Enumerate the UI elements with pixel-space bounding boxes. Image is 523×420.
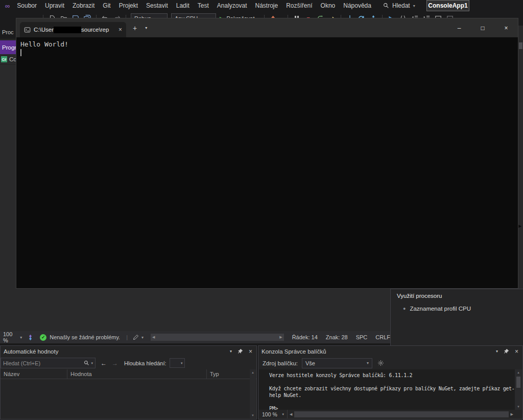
pmc-vertical-scrollbar[interactable]: ▲ ▼ [515, 369, 522, 410]
autos-search-box[interactable]: ▾ [1, 358, 96, 368]
zoom-dropdown-icon[interactable]: ▾ [20, 335, 22, 340]
menu-item-upravit[interactable]: Upravit [41, 0, 68, 11]
scrollbar-thumb[interactable] [519, 42, 522, 49]
maximize-icon[interactable]: □ [471, 18, 494, 37]
tab-dropdown-icon[interactable]: ▾ [145, 26, 147, 30]
package-source-dropdown[interactable]: Vše ▾ [302, 358, 372, 368]
pmc-zoom-level: 100 % [262, 411, 277, 417]
column-header-value[interactable]: Hodnota [67, 369, 206, 379]
console-tab-title-prefix: C:\User [34, 27, 54, 33]
pmc-horizontal-scrollbar[interactable] [294, 411, 508, 417]
menu-item-rozsireni[interactable]: Rozšíření [282, 0, 316, 11]
scrollbar-marker-icon: ▶ [518, 224, 521, 228]
minimize-icon[interactable]: – [447, 18, 471, 37]
menu-item-analyzovat[interactable]: Analyzovat [213, 0, 251, 11]
pin-icon[interactable] [504, 348, 509, 354]
edit-mode-pen-icon[interactable] [133, 334, 139, 340]
chevron-down-icon: ▾ [181, 361, 183, 365]
scroll-up-icon[interactable]: ▲ [251, 371, 254, 374]
title-search-control[interactable]: Hledat ▾ [383, 0, 415, 11]
menu-item-git[interactable]: Git [99, 0, 114, 11]
menu-item-nastroje[interactable]: Nástroje [251, 0, 282, 11]
console-titlebar[interactable]: C:\User source\rep × + ▾ – □ × [16, 18, 518, 37]
scroll-left-icon[interactable]: ◀ [290, 412, 292, 416]
menu-item-sestavit[interactable]: Sestavit [142, 0, 172, 11]
check-icon: ✓ [41, 335, 45, 340]
close-icon[interactable]: × [515, 348, 518, 355]
search-next-icon[interactable]: → [112, 360, 118, 367]
solution-name-badge: ConsoleApp1 [426, 0, 469, 11]
menu-item-zobrazit[interactable]: Zobrazit [68, 0, 99, 11]
search-options-icon[interactable]: ▾ [91, 361, 93, 365]
console-tab[interactable]: C:\User source\rep × [20, 22, 126, 37]
column-header-type[interactable]: Typ [206, 369, 256, 379]
menu-bar: ∞ Soubor Upravit Zobrazit Git Projekt Se… [0, 0, 523, 11]
menu-item-napoveda[interactable]: Nápověda [339, 0, 375, 11]
window-position-icon[interactable]: ▾ [496, 349, 498, 354]
pin-icon[interactable] [237, 348, 243, 354]
pmc-console-output[interactable]: Verze hostitele konzoly Správce balíčků:… [259, 369, 515, 410]
column-header-name[interactable]: Název [1, 369, 67, 379]
autos-titlebar: Automatické hodnoty ▾ × [1, 346, 256, 357]
scroll-down-icon[interactable]: ▼ [517, 405, 520, 408]
scroll-up-icon[interactable]: ▲ [517, 371, 520, 374]
pmc-prompt-line[interactable]: PM> [269, 405, 512, 410]
search-icon [383, 3, 389, 9]
menu-item-soubor[interactable]: Soubor [13, 0, 41, 11]
chevron-down-icon: ▾ [282, 412, 284, 416]
menu-item-test[interactable]: Test [194, 0, 213, 11]
menu-item-ladit[interactable]: Ladit [172, 0, 194, 11]
gear-icon[interactable] [377, 360, 384, 366]
autos-column-headers: Název Hodnota Typ [1, 369, 256, 379]
search-prev-icon[interactable]: ← [101, 360, 107, 367]
line-ending-indicator[interactable]: CRLF [375, 334, 390, 340]
menu-item-projekt[interactable]: Projekt [115, 0, 142, 11]
scroll-right-icon[interactable]: ▶ [279, 335, 282, 339]
window-position-icon[interactable]: ▾ [230, 349, 232, 354]
problems-status[interactable]: Nenašly se žádné problémy. [50, 334, 120, 340]
search-input[interactable] [3, 360, 84, 366]
console-output-line: Hello World! [20, 40, 514, 48]
no-problems-icon[interactable]: ✓ [40, 334, 46, 341]
scroll-down-icon[interactable]: ▼ [251, 414, 254, 417]
package-source-label: Zdroj balíčku: [263, 360, 298, 366]
spaces-indicator[interactable]: SPC [356, 334, 368, 340]
column-indicator[interactable]: Znak: 28 [326, 334, 348, 340]
autos-toolbar: ▾ ← → Hloubka hledání: ▾ [1, 357, 256, 369]
menu-item-okno[interactable]: Okno [317, 0, 340, 11]
process-label: Proc [0, 29, 14, 35]
intellicode-icon[interactable] [27, 334, 34, 341]
pmc-line: Když chcete zobrazit všechny dostupné př… [269, 385, 512, 392]
chevron-down-icon: ▾ [367, 361, 369, 365]
console-output-area[interactable]: Hello World! [16, 37, 518, 59]
pmc-toolbar: Zdroj balíčku: Vše ▾ [258, 357, 522, 369]
scroll-left-icon[interactable]: ◀ [152, 335, 155, 339]
package-source-value: Vše [305, 360, 315, 366]
console-tab-title-suffix: source\rep [81, 27, 109, 33]
pmc-line [269, 379, 512, 385]
scroll-right-icon[interactable]: ▶ [511, 412, 513, 416]
search-depth-dropdown[interactable]: ▾ [170, 358, 185, 368]
editor-vertical-scrollbar[interactable]: ▶ [518, 26, 523, 331]
record-cpu-profile-button[interactable]: ● Zaznamenat profil CPU [391, 299, 523, 312]
editor-horizontal-scrollbar[interactable]: ◀ ▶ [151, 334, 284, 341]
pmc-bottom-bar: 100 % ▾ ◀ ▶ [259, 410, 522, 418]
pmc-titlebar: Konzola Správce balíčků ▾ × [258, 346, 522, 357]
close-icon[interactable]: × [494, 18, 518, 37]
autos-grid-body[interactable] [1, 380, 250, 418]
new-tab-icon[interactable]: + [133, 24, 137, 32]
tab-close-icon[interactable]: × [118, 26, 122, 33]
pmc-line: Verze hostitele konzoly Správce balíčků:… [269, 372, 512, 379]
close-icon[interactable]: × [249, 348, 252, 355]
csharp-project-icon: C# [1, 56, 7, 62]
pmc-line [269, 399, 512, 405]
pen-dropdown-icon[interactable]: ▾ [141, 335, 144, 340]
autos-vertical-scrollbar[interactable]: ▲ ▼ [250, 369, 256, 418]
record-cpu-profile-label: Zaznamenat profil CPU [410, 306, 471, 312]
zoom-level[interactable]: 100 % [3, 331, 17, 343]
console-cursor [20, 49, 21, 56]
scrollbar-thumb[interactable] [516, 377, 520, 388]
pmc-zoom-control[interactable]: 100 % ▾ [259, 410, 288, 418]
line-indicator[interactable]: Řádek: 14 [292, 334, 318, 340]
scrollbar-corner [515, 410, 522, 418]
